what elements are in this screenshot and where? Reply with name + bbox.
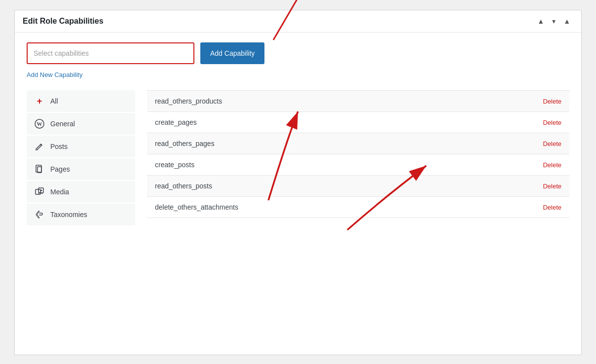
- category-item-taxonomies[interactable]: Taxonomies: [27, 204, 135, 225]
- select-capabilities-input[interactable]: [27, 42, 194, 64]
- svg-text:W: W: [37, 121, 42, 127]
- collapse-up-button[interactable]: ▲: [534, 16, 547, 26]
- category-label-general: General: [50, 120, 75, 128]
- capability-name-2: read_others_pages: [155, 140, 215, 147]
- svg-rect-5: [37, 167, 41, 173]
- category-item-general[interactable]: W General: [27, 113, 135, 135]
- delete-button-1[interactable]: Delete: [543, 119, 561, 126]
- svg-point-8: [41, 190, 42, 191]
- category-label-media: Media: [50, 188, 69, 196]
- panel-header-controls: ▲ ▾ ▲: [534, 16, 573, 26]
- capability-row-3: create_posts Delete: [147, 154, 569, 176]
- wp-logo-icon: W: [35, 119, 44, 129]
- capability-name-0: read_others_products: [155, 97, 222, 105]
- categories-list: + All W General: [27, 90, 135, 226]
- capability-name-4: read_others_posts: [155, 182, 212, 190]
- content-area: + All W General: [27, 90, 569, 226]
- add-capability-button[interactable]: Add Capability: [200, 42, 264, 64]
- capabilities-list: read_others_products Delete create_pages…: [147, 90, 569, 226]
- panel-body: Add Capability Add New Capability +: [15, 33, 581, 236]
- category-label-taxonomies: Taxonomies: [50, 211, 87, 218]
- add-capability-row: Add Capability: [27, 42, 569, 64]
- delete-button-5[interactable]: Delete: [543, 204, 561, 211]
- plus-icon: +: [35, 96, 44, 106]
- capability-name-1: create_pages: [155, 118, 197, 126]
- capability-row-2: read_others_pages Delete: [147, 133, 569, 154]
- delete-button-2[interactable]: Delete: [543, 140, 561, 147]
- capability-name-3: create_posts: [155, 161, 194, 169]
- panel-title: Edit Role Capabilities: [23, 17, 104, 26]
- panel-header: Edit Role Capabilities ▲ ▾ ▲: [15, 10, 581, 33]
- collapse-down-button[interactable]: ▾: [549, 16, 559, 26]
- delete-button-3[interactable]: Delete: [543, 161, 561, 169]
- capability-row-0: read_others_products Delete: [147, 90, 569, 112]
- capability-name-5: delete_others_attachments: [155, 203, 238, 211]
- capability-row-4: read_others_posts Delete: [147, 176, 569, 197]
- expand-button[interactable]: ▲: [560, 16, 573, 26]
- taxonomies-icon: [35, 210, 44, 219]
- category-item-media[interactable]: Media: [27, 181, 135, 203]
- category-item-all[interactable]: + All: [27, 90, 135, 112]
- svg-rect-6: [36, 189, 40, 194]
- posts-icon: [35, 142, 44, 151]
- pages-icon: [35, 164, 44, 174]
- delete-button-4[interactable]: Delete: [543, 182, 561, 190]
- capability-row-1: create_pages Delete: [147, 112, 569, 133]
- svg-rect-4: [36, 165, 41, 172]
- category-item-pages[interactable]: Pages: [27, 158, 135, 180]
- category-label-posts: Posts: [50, 143, 68, 150]
- category-label-pages: Pages: [50, 165, 70, 173]
- media-icon: [35, 187, 44, 197]
- add-new-capability-link[interactable]: Add New Capability: [27, 71, 82, 78]
- category-label-all: All: [50, 97, 58, 105]
- delete-button-0[interactable]: Delete: [543, 98, 561, 105]
- edit-role-capabilities-panel: Edit Role Capabilities ▲ ▾ ▲ Add Capabil…: [14, 10, 582, 355]
- capability-row-5: delete_others_attachments Delete: [147, 197, 569, 218]
- category-item-posts[interactable]: Posts: [27, 136, 135, 157]
- full-area: Add Capability Add New Capability +: [27, 42, 569, 226]
